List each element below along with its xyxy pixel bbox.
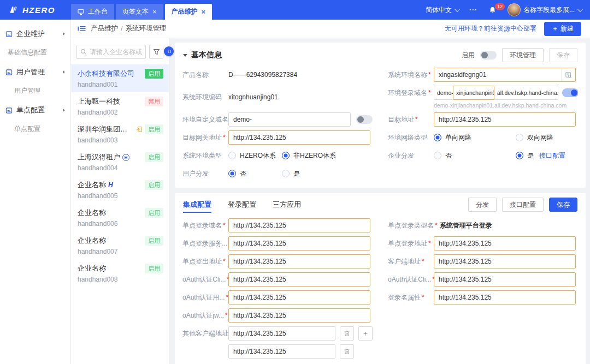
field-label: oAuth认证用...* [182, 290, 228, 305]
radio-option-user-no[interactable]: 否 [228, 169, 282, 178]
sidebar-item-sso-config[interactable]: 单点配置 [0, 100, 70, 120]
no-env-resource-link[interactable]: 无可用环境？前往资源中心部署 [445, 24, 536, 33]
tab-integration-config[interactable]: 集成配置 [183, 194, 211, 216]
interface-config-button[interactable]: 接口配置 [502, 198, 544, 212]
notification-bell[interactable]: 12 [488, 6, 497, 14]
tab-page-text[interactable]: 页签文本 × [116, 4, 163, 20]
custom-domain-toggle[interactable] [356, 115, 373, 124]
company-list-item[interactable]: 企业名称 H 启用 handhand005 [71, 176, 169, 204]
tab-third-party-app[interactable]: 三方应用 [273, 194, 301, 216]
radio-checked-icon[interactable] [282, 152, 290, 159]
status-badge: 启用 [145, 180, 163, 190]
filter-button[interactable] [149, 45, 163, 59]
sso-login-domain-input[interactable] [228, 218, 370, 232]
tab-workbench[interactable]: 工作台 [71, 4, 114, 20]
collapse-caret-icon[interactable] [183, 54, 187, 57]
monitor-icon [78, 9, 84, 15]
company-list-item[interactable]: 企业名称 启用 handhand008 [71, 259, 169, 287]
other-client-address-input-2[interactable] [228, 344, 335, 359]
company-list-item[interactable]: 企业名称 启用 handhand007 [71, 231, 169, 259]
radio-option-non-hzero[interactable]: 非HZERO体系 [282, 151, 336, 160]
custom-domain-input[interactable] [228, 112, 351, 127]
field-label: oAuth认证Cli...* [388, 272, 434, 287]
main-content: 基本信息 启用 环境管理 保存 产品名称 D——62943095827384 [169, 38, 590, 364]
chevron-right-icon [63, 70, 65, 74]
company-list-item[interactable]: 企业名称 启用 handhand006 [71, 204, 169, 231]
radio-checked-icon[interactable] [228, 170, 236, 177]
sso-login-address-input[interactable] [434, 236, 576, 250]
interface-config-link[interactable]: 接口配置 [539, 151, 565, 160]
radio-checked-icon[interactable] [434, 134, 441, 141]
radio-checked-icon[interactable] [516, 152, 523, 159]
save-button[interactable]: 保存 [549, 198, 577, 212]
search-input[interactable] [90, 48, 142, 56]
sso-login-service-input[interactable] [228, 236, 370, 250]
sidebar-item-user-management-sub[interactable]: 用户管理 [0, 82, 70, 100]
client-address-input[interactable] [434, 254, 576, 268]
collapse-panel-button[interactable] [164, 46, 174, 56]
radio-option-user-yes[interactable]: 是 [282, 169, 300, 178]
domain-input-segment[interactable]: xinjianchanpin0 [453, 86, 494, 100]
delete-row-button[interactable] [340, 326, 354, 341]
tab-product-maintain[interactable]: 产品维护 × [165, 4, 213, 20]
radio-unchecked-icon[interactable] [282, 170, 290, 177]
radio-option-hzero[interactable]: HZERO体系 [228, 151, 282, 160]
user-name: 名称字段最多展... [523, 5, 575, 15]
sso-logout-address-input[interactable] [228, 254, 370, 268]
radio-unchecked-icon[interactable] [516, 134, 523, 141]
lov-lookup-icon[interactable] [561, 68, 575, 81]
domain-prefix: demo- [434, 86, 453, 100]
enable-label: 启用 [462, 51, 475, 60]
save-button[interactable]: 保存 [549, 48, 577, 62]
close-icon[interactable]: × [202, 8, 206, 15]
radio-option-ent-no[interactable]: 否 [434, 151, 516, 160]
oauth-jwt-input[interactable] [228, 308, 370, 323]
company-list-item[interactable]: 深圳华润集团股份... 启用 handhand003 [71, 120, 169, 148]
distribute-button[interactable]: 分发 [468, 198, 497, 212]
field-label: 登录名属性* [388, 290, 434, 305]
login-name-attr-input[interactable] [434, 290, 576, 305]
oauth-client-input-right[interactable] [434, 272, 576, 287]
radio-unchecked-icon[interactable] [434, 152, 441, 159]
target-address-input[interactable] [434, 112, 576, 127]
status-badge: 启用 [145, 208, 163, 218]
sidebar-item-basic-info-config[interactable]: 基础信息配置 [0, 44, 70, 62]
radio-option-twoway[interactable]: 双向网络 [516, 133, 553, 142]
folder-doc-icon [5, 69, 13, 76]
sidebar-item-enterprise-maintain[interactable]: 企业维护 [0, 24, 70, 44]
radio-option-oneway[interactable]: 单向网络 [434, 133, 516, 142]
user-menu[interactable]: 名称字段最多展... [508, 3, 581, 16]
create-button[interactable]: ＋ 新建 [544, 22, 581, 36]
company-list-item[interactable]: 小余科技有限公司 启用 handhand001 [71, 64, 169, 92]
company-name: 企业名称 [78, 264, 106, 273]
sidebar-item-user-management[interactable]: 用户管理 [0, 62, 70, 82]
sso-type-value: 系统管理平台登录 [440, 218, 492, 232]
radio-unchecked-icon[interactable] [228, 152, 236, 159]
menu-fold-icon[interactable] [78, 25, 86, 32]
sidebar-item-sso-config-sub[interactable]: 单点配置 [0, 120, 70, 139]
oauth-client-input-left[interactable] [228, 272, 370, 287]
company-list-item[interactable]: 上海汉得租户 H 启用 handhand004 [71, 148, 169, 176]
domain-toggle[interactable] [562, 88, 578, 97]
company-list-item[interactable]: 上海甄一科技 禁用 handhand002 [71, 92, 169, 120]
company-name: 上海汉得租户 [78, 152, 120, 162]
more-menu[interactable]: ··· [469, 6, 477, 14]
tab-login-config[interactable]: 登录配置 [228, 194, 256, 216]
add-row-button[interactable]: ＋ [358, 326, 373, 341]
field-label: 环境登录域名* [388, 86, 434, 100]
delete-row-button[interactable] [340, 344, 354, 359]
language-switcher[interactable]: 简体中文 [426, 5, 458, 15]
avatar[interactable] [508, 3, 521, 16]
field-label: 系统环境编码 [182, 90, 228, 104]
env-manage-button[interactable]: 环境管理 [502, 48, 544, 62]
env-name-input[interactable] [434, 68, 561, 81]
enable-toggle[interactable] [480, 51, 497, 59]
breadcrumb-parent[interactable]: 产品维护 [91, 24, 118, 33]
radio-option-ent-yes[interactable]: 是 [516, 151, 534, 160]
gateway-address-input[interactable] [228, 130, 370, 145]
oauth-user-input[interactable] [228, 290, 370, 305]
close-icon[interactable]: × [152, 8, 157, 15]
field-label: 目标网关地址* [182, 130, 228, 145]
logo-text: HZERO [22, 5, 55, 15]
other-client-address-input-1[interactable] [228, 326, 335, 341]
